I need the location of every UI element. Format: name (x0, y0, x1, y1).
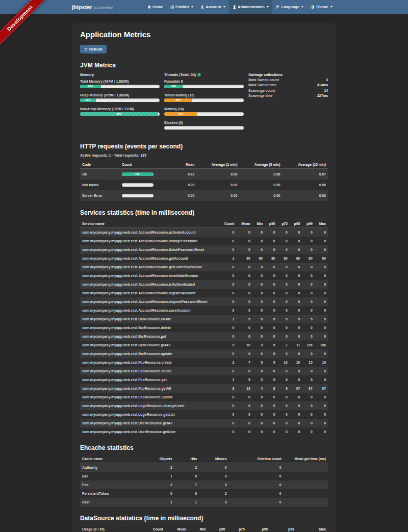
gc-stat-value: 14 (324, 88, 328, 94)
service-value: 0 (302, 410, 314, 419)
service-value: 0 (315, 263, 328, 271)
service-value: 0 (252, 349, 265, 358)
column-header: Objects (149, 455, 174, 463)
nav-item-home[interactable]: Home (144, 0, 167, 14)
gc-stat-label: Scavenge time (248, 93, 273, 99)
service-value: 0 (265, 297, 277, 306)
column-header: p99 (302, 220, 314, 228)
service-value: 0 (252, 367, 265, 375)
service-value: 0 (252, 419, 265, 427)
threads-heading-label: Threads (Total: 34) (164, 72, 196, 78)
nav-item-account[interactable]: Account (197, 0, 229, 14)
threads-status-icon (197, 73, 201, 77)
nav-item-theme[interactable]: Theme (307, 0, 336, 14)
service-value: 0 (277, 401, 290, 410)
table-row: Ok1320.190.000.060.07 (80, 168, 328, 180)
cache-value (283, 480, 328, 489)
service-value: 0 (236, 393, 252, 401)
service-value: 5 (265, 341, 277, 349)
nav-item-language[interactable]: Language (272, 0, 307, 14)
service-value: 0 (290, 227, 302, 237)
metric: Non-Heap Memory (109M / 111M)98% (80, 107, 160, 116)
service-value: 0 (302, 227, 314, 237)
table-header-row: Cache nameObjectsHitsMissesEviction coun… (80, 455, 328, 463)
service-value: 0 (236, 289, 252, 297)
service-value: 0 (252, 271, 265, 280)
progress-bar: 132 (122, 172, 154, 176)
gc-stat-value: 314ms (317, 83, 328, 88)
nav-item-label: Theme (316, 5, 328, 9)
service-value: 0 (302, 427, 314, 436)
service-value: 0 (302, 332, 314, 341)
gc-stat-value: 3 (326, 78, 328, 83)
progress-label: 20% (80, 98, 96, 102)
gc-stat-label: Mark Sweep time (248, 83, 276, 88)
metric: Blocked (0) (164, 121, 244, 130)
cache-value (283, 489, 328, 498)
service-name: com.mycompany.myapp.web.rest.AccountReso… (80, 271, 219, 280)
table-row: com.mycompany.myapp.web.rest.AccountReso… (80, 227, 328, 237)
service-value: 0 (236, 401, 252, 410)
services-heading: Services statistics (time in millisecond… (80, 209, 328, 216)
service-value: 0 (290, 393, 302, 401)
service-value: 0 (302, 271, 314, 280)
service-value: 0 (290, 237, 302, 245)
table-row: com.mycompany.myapp.web.rest.FooResource… (80, 367, 328, 375)
datasource-table: Usage (3 / 10)CountMeanMinp50p75p95p99Ma… (80, 525, 328, 532)
navbar: jhipster v0.1-SNAPSHOT HomeEntitiesAccou… (0, 0, 408, 14)
service-value: 0 (315, 227, 328, 237)
service-value: 5 (265, 375, 277, 384)
progress-fill: 98% (80, 112, 158, 116)
service-name: com.mycompany.myapp.web.rest.FooResource… (80, 358, 219, 367)
cache-value: 1 (149, 498, 174, 506)
service-value: 0 (265, 410, 277, 419)
service-value: 5 (252, 358, 265, 367)
nav-item-label: Account (206, 5, 221, 9)
nav-item-administration[interactable]: Administration (229, 0, 272, 14)
entities-icon (170, 5, 174, 9)
service-value: 0 (219, 227, 236, 237)
service-value: 0 (219, 410, 236, 419)
progress-fill: 24% (164, 85, 183, 88)
service-value: 0 (277, 367, 290, 375)
cache-value (283, 498, 328, 506)
service-value: 10 (277, 358, 290, 367)
service-value: 1 (219, 254, 236, 263)
service-value: 0 (219, 332, 236, 341)
caret-down-icon (301, 6, 303, 8)
refresh-button[interactable]: Refresh (80, 45, 107, 54)
metric: Waiting (14)41% (164, 107, 244, 116)
ehcache-heading: Ehcache statistics (80, 444, 328, 451)
column-header: Mean (236, 220, 252, 228)
nav-item-entities[interactable]: Entities (167, 0, 197, 14)
brand[interactable]: jhipster v0.1-SNAPSHOT (72, 0, 113, 14)
thread-bars: Runnable 824%Timed waiting (12)35%Waitin… (164, 80, 244, 130)
table-header-row: Service nameCountMeanMinp50p75p95p99Max (80, 220, 328, 228)
service-value: 0 (315, 280, 328, 289)
service-value: 0 (236, 245, 252, 254)
service-value: 11 (290, 341, 302, 349)
service-value: 0 (219, 297, 236, 306)
service-value: 0 (277, 227, 290, 237)
service-value: 0 (277, 280, 290, 289)
caret-down-icon (267, 6, 269, 8)
progress-bar (122, 183, 154, 187)
metric-label: Blocked (0) (164, 121, 244, 124)
brand-version: v0.1-SNAPSHOT (94, 6, 114, 9)
service-value: 0 (265, 245, 277, 254)
service-value: 0 (302, 245, 314, 254)
service-value: 0 (290, 349, 302, 358)
service-value: 106 (315, 341, 328, 349)
http-value: 0.19 (157, 168, 197, 180)
table-header-row: CodeCountMeanAverage (1 min)Average (5 m… (80, 161, 328, 169)
service-value: 5 (302, 375, 314, 384)
service-value: 80 (252, 254, 265, 263)
table-row: com.mycompany.myapp.web.rest.BarResource… (80, 315, 328, 323)
service-value: 80 (315, 254, 328, 263)
service-value: 0 (252, 297, 265, 306)
service-value: 0 (265, 323, 277, 332)
column-header: Service name (80, 220, 219, 228)
cache-value: 0 (229, 489, 284, 498)
caret-down-icon (223, 6, 225, 8)
http-value: 0.07 (283, 168, 328, 180)
